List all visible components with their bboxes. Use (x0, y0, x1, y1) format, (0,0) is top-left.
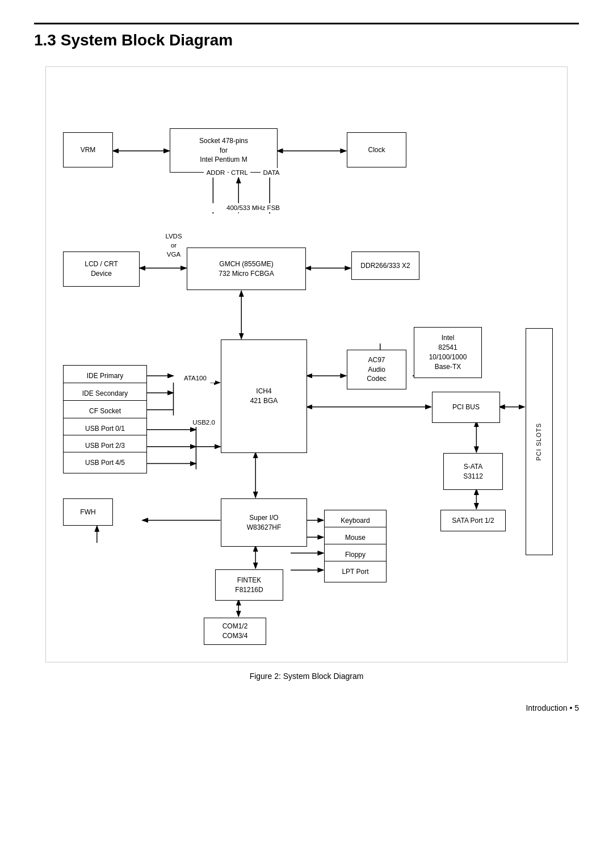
gmch-box: GMCH (855GME)732 Micro FCBGA (187, 248, 306, 290)
ctrl-label: CTRL (229, 168, 250, 177)
addr-label: ADDR (204, 168, 228, 177)
lvds-label: LVDSorVGA (157, 232, 191, 259)
socket-box: Socket 478-pinsforIntel Pentium M (170, 128, 278, 173)
pci-slots-box: PCI SLOTS (526, 328, 553, 555)
intel82541-box: Intel8254110/100/1000Base-TX (414, 327, 482, 378)
usb20-label: USB2.0 (187, 418, 221, 427)
sata-port-box: SATA Port 1/2 (440, 510, 506, 531)
fintek-box: FINTEKF81216D (215, 569, 283, 601)
ich4-box: ICH4421 BGA (221, 339, 307, 453)
lcd-crt-box: LCD / CRTDevice (63, 251, 140, 287)
usb45-box: USB Port 4/5 (63, 452, 147, 473)
super-io-box: Super I/OW83627HF (221, 498, 307, 547)
ac97-box: AC97AudioCodec (347, 350, 406, 389)
fwh-box: FWH (63, 498, 113, 526)
ddr-box: DDR266/333 X2 (351, 251, 419, 280)
com-box: COM1/2COM3/4 (204, 618, 266, 645)
data-label: DATA (261, 168, 282, 177)
vrm-box: VRM (63, 132, 113, 167)
lpt-box: LPT Port (324, 561, 387, 582)
block-diagram: VRM Socket 478-pinsforIntel Pentium M Cl… (45, 66, 568, 662)
fsb-label: 400/533 MHz FSB (211, 203, 296, 212)
ata100-label: ATA100 (175, 374, 215, 383)
page-footer: Introduction • 5 (34, 703, 579, 712)
section-title: 1.3 System Block Diagram (34, 23, 579, 49)
s-ata-box: S-ATAS3112 (443, 453, 503, 490)
clock-box: Clock (347, 132, 406, 167)
pci-bus-box: PCI BUS (432, 392, 500, 423)
diagram-caption: Figure 2: System Block Diagram (34, 672, 579, 681)
